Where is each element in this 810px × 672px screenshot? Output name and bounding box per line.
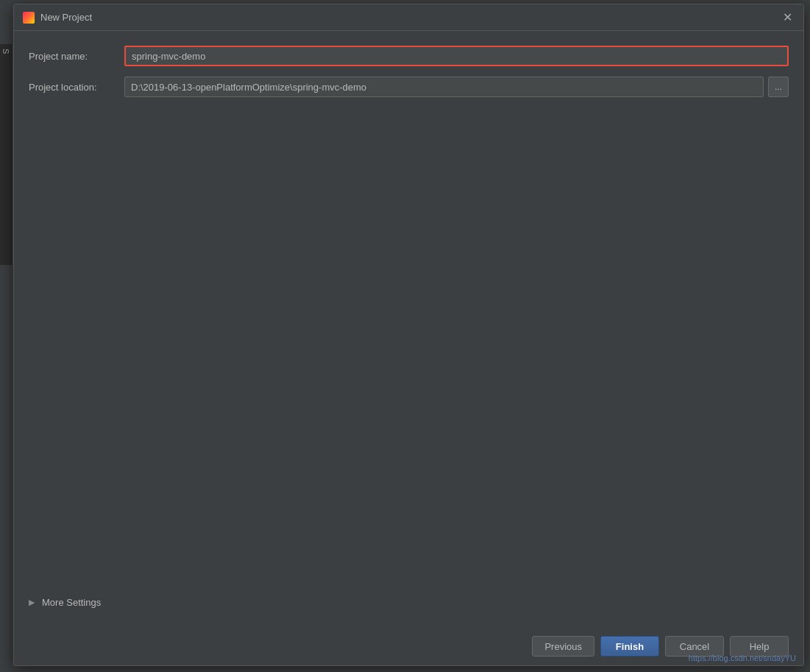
- content-spacer: [29, 107, 789, 591]
- dialog-window: New Project ✕ Project name: Project loca…: [13, 4, 804, 666]
- project-location-row: Project location: ...: [29, 77, 789, 97]
- sidebar-hint: S: [0, 44, 13, 265]
- close-button[interactable]: ✕: [780, 10, 795, 25]
- project-location-label: Project location:: [29, 82, 124, 93]
- more-settings-label: More Settings: [42, 597, 101, 608]
- more-settings-row[interactable]: ▶ More Settings: [29, 591, 789, 614]
- sidebar-letter: S: [0, 44, 12, 58]
- project-name-label: Project name:: [29, 51, 124, 62]
- project-name-row: Project name:: [29, 46, 789, 66]
- dialog-footer: Previous Finish Cancel Help: [14, 629, 803, 665]
- dialog-titlebar: New Project ✕: [14, 4, 803, 31]
- project-location-input[interactable]: [124, 77, 764, 97]
- dialog-title: New Project: [40, 12, 92, 23]
- app-icon: [23, 12, 35, 24]
- project-name-input-container: [124, 46, 789, 66]
- project-name-input[interactable]: [124, 46, 789, 66]
- finish-button[interactable]: Finish: [600, 636, 659, 657]
- dialog-title-left: New Project: [23, 12, 92, 24]
- previous-button[interactable]: Previous: [532, 636, 594, 657]
- watermark-url[interactable]: https://blog.csdn.net/sndayYU: [689, 654, 796, 662]
- intellij-logo: [23, 12, 35, 24]
- browse-button[interactable]: ...: [768, 77, 789, 97]
- chevron-right-icon: ▶: [29, 598, 38, 607]
- project-location-input-container: ...: [124, 77, 789, 97]
- dialog-content: Project name: Project location: ... ▶ Mo…: [14, 31, 803, 629]
